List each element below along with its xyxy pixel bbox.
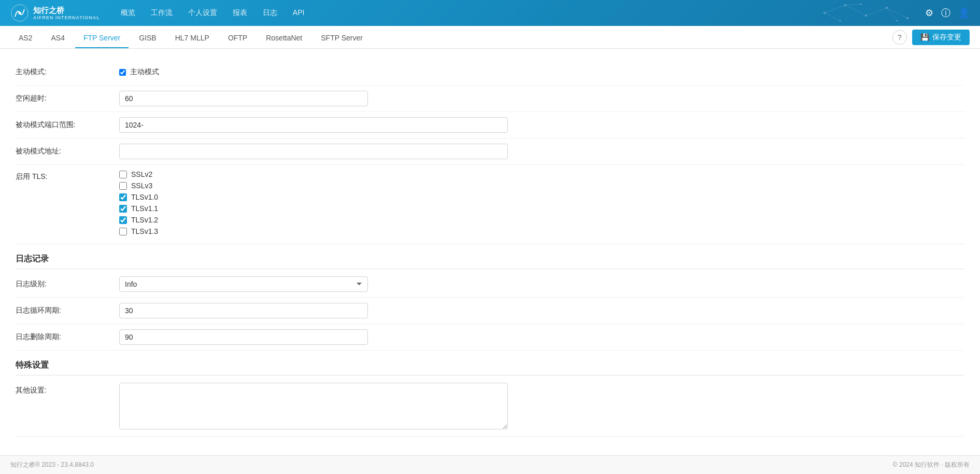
tls-v11-item[interactable]: TLSv1.1	[119, 204, 964, 213]
tls-v10-item[interactable]: TLSv1.0	[119, 193, 964, 201]
tls-v13-checkbox[interactable]	[119, 228, 127, 235]
passive-address-input[interactable]	[119, 144, 508, 159]
tls-v12-label: TLSv1.2	[131, 216, 158, 224]
log-cycle-row: 日志循环周期:	[16, 298, 964, 324]
nav-right: ⚙ ⓘ 👤	[925, 7, 970, 19]
help-button[interactable]: ?	[892, 30, 907, 45]
log-cycle-label: 日志循环周期:	[16, 303, 119, 315]
passive-port-range-label: 被动模式端口范围:	[16, 117, 119, 130]
passive-address-control	[119, 144, 964, 159]
footer: 知行之桥® 2023 - 23.4.8843.0 © 2024 知行软件 · 版…	[0, 455, 980, 474]
svg-line-13	[825, 13, 840, 21]
other-settings-textarea[interactable]	[119, 383, 508, 429]
nav-item-logs[interactable]: 日志	[263, 6, 277, 20]
top-nav: 知行之桥 AIFREN INTERNATIONAL 概览 工作流 个人设置 报表…	[0, 0, 980, 26]
tls-sslv2-label: SSLv2	[131, 170, 152, 178]
other-settings-label: 其他设置:	[16, 383, 119, 395]
tab-rosettanet[interactable]: RosettaNet	[258, 29, 310, 48]
special-section-heading: 特殊设置	[16, 351, 964, 375]
main-content: 主动模式: 主动模式 空闲超时: 被动模式端口范围: 被动模式地址: 启用 TL…	[0, 49, 980, 455]
brand-subtitle: AIFREN INTERNATIONAL	[33, 15, 100, 20]
nav-item-overview[interactable]: 概览	[121, 6, 135, 20]
tls-v11-label: TLSv1.1	[131, 204, 158, 213]
log-delete-row: 日志删除周期:	[16, 324, 964, 351]
tls-v12-item[interactable]: TLSv1.2	[119, 216, 964, 224]
save-button[interactable]: 💾 保存变更	[912, 30, 970, 45]
nav-item-api[interactable]: API	[293, 6, 305, 20]
tls-v13-label: TLSv1.3	[131, 227, 158, 235]
tls-sslv3-checkbox[interactable]	[119, 182, 127, 190]
tls-sslv2-checkbox[interactable]	[119, 171, 127, 178]
active-mode-checkbox-text: 主动模式	[130, 67, 159, 77]
tab-ftp-server[interactable]: FTP Server	[75, 29, 129, 48]
tab-sftp-server[interactable]: SFTP Server	[313, 29, 371, 48]
log-delete-label: 日志删除周期:	[16, 329, 119, 342]
log-delete-input[interactable]	[119, 329, 368, 345]
tls-v11-checkbox[interactable]	[119, 205, 127, 213]
tab-hl7-mllp[interactable]: HL7 MLLP	[167, 29, 218, 48]
passive-address-label: 被动模式地址:	[16, 144, 119, 156]
passive-port-range-control	[119, 117, 964, 133]
tab-oftp[interactable]: OFTP	[220, 29, 255, 48]
nav-item-workflow[interactable]: 工作流	[151, 6, 173, 20]
brand-name: 知行之桥	[33, 6, 100, 15]
log-section-heading: 日志记录	[16, 244, 964, 269]
log-cycle-input[interactable]	[119, 303, 368, 318]
settings-icon[interactable]: ⚙	[925, 7, 933, 19]
svg-point-16	[18, 11, 21, 14]
tls-v12-checkbox[interactable]	[119, 216, 127, 224]
tab-as2[interactable]: AS2	[10, 29, 40, 48]
tls-v10-label: TLSv1.0	[131, 193, 158, 201]
svg-line-10	[866, 8, 887, 16]
enable-tls-control: SSLv2 SSLv3 TLSv1.0 TLSv1.1 TLSv1.2 TLSv…	[119, 170, 964, 239]
passive-port-range-input[interactable]	[119, 117, 508, 133]
tls-sslv3-item[interactable]: SSLv3	[119, 182, 964, 190]
other-settings-row: 其他设置:	[16, 378, 964, 437]
log-level-control: Debug Info Warning Error	[119, 276, 964, 292]
tab-actions: ? 💾 保存变更	[892, 30, 970, 48]
tls-sslv2-item[interactable]: SSLv2	[119, 170, 964, 178]
tab-as4[interactable]: AS4	[42, 29, 73, 48]
active-mode-checkbox-label[interactable]: 主动模式	[119, 64, 964, 80]
user-icon[interactable]: 👤	[958, 7, 970, 19]
tls-v10-checkbox[interactable]	[119, 193, 127, 201]
nav-item-personal-settings[interactable]: 个人设置	[188, 6, 217, 20]
nav-item-reports[interactable]: 报表	[233, 6, 247, 20]
active-mode-checkbox[interactable]	[119, 69, 126, 76]
log-cycle-control	[119, 303, 964, 318]
passive-port-range-row: 被动模式端口范围:	[16, 112, 964, 138]
save-label: 保存变更	[932, 33, 961, 42]
help-icon[interactable]: ⓘ	[941, 7, 950, 19]
svg-line-8	[825, 5, 845, 13]
log-level-select[interactable]: Debug Info Warning Error	[119, 276, 368, 292]
tab-bar: AS2 AS4 FTP Server GISB HL7 MLLP OFTP Ro…	[0, 26, 980, 49]
log-level-row: 日志级别: Debug Info Warning Error	[16, 271, 964, 298]
active-mode-row: 主动模式: 主动模式	[16, 59, 964, 86]
other-settings-control	[119, 383, 964, 431]
svg-line-11	[887, 8, 907, 18]
passive-address-row: 被动模式地址:	[16, 138, 964, 165]
log-level-label: 日志级别:	[16, 276, 119, 289]
footer-left: 知行之桥® 2023 - 23.4.8843.0	[10, 461, 94, 469]
active-mode-control: 主动模式	[119, 64, 964, 80]
active-mode-label: 主动模式:	[16, 64, 119, 77]
enable-tls-label: 启用 TLS:	[16, 170, 119, 182]
logo: 知行之桥 AIFREN INTERNATIONAL	[10, 4, 100, 22]
idle-timeout-label: 空闲超时:	[16, 91, 119, 103]
log-level-select-wrapper: Debug Info Warning Error	[119, 276, 368, 292]
footer-right: © 2024 知行软件 · 版权所有	[893, 461, 970, 469]
tls-v13-item[interactable]: TLSv1.3	[119, 227, 964, 235]
nav-items: 概览 工作流 个人设置 报表 日志 API	[121, 6, 925, 20]
svg-line-12	[845, 4, 861, 5]
idle-timeout-input[interactable]	[119, 91, 368, 106]
svg-line-14	[887, 8, 897, 21]
enable-tls-row: 启用 TLS: SSLv2 SSLv3 TLSv1.0 TLSv1.1 TLSv…	[16, 165, 964, 244]
tab-gisb[interactable]: GISB	[131, 29, 164, 48]
save-icon: 💾	[920, 33, 929, 41]
idle-timeout-row: 空闲超时:	[16, 86, 964, 112]
log-delete-control	[119, 329, 964, 345]
svg-line-9	[845, 5, 866, 16]
idle-timeout-control	[119, 91, 964, 106]
tls-sslv3-label: SSLv3	[131, 182, 152, 190]
